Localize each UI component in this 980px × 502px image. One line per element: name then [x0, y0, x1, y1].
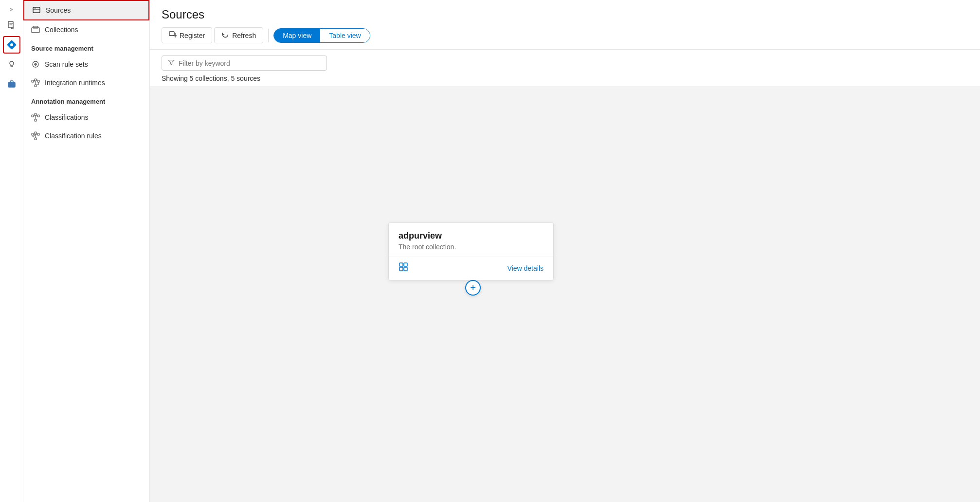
- table-view-button[interactable]: Table view: [320, 29, 369, 42]
- svg-rect-19: [35, 132, 36, 134]
- svg-rect-17: [35, 119, 36, 121]
- classification-rules-icon: [31, 131, 40, 140]
- register-label: Register: [180, 32, 205, 39]
- sidebar-item-integration-runtimes[interactable]: Integration runtimes: [23, 74, 149, 92]
- svg-rect-10: [32, 80, 34, 82]
- scan-rule-sets-label: Scan rule sets: [45, 60, 88, 68]
- sidebar-item-scan-rule-sets[interactable]: Scan rule sets: [23, 55, 149, 74]
- sources-label: Sources: [46, 6, 71, 14]
- icon-rail: »: [0, 0, 23, 502]
- integration-runtimes-icon: [31, 78, 40, 87]
- svg-rect-26: [404, 267, 407, 271]
- card-body: adpurview The root collection.: [389, 223, 553, 257]
- toolbar-divider: [268, 29, 269, 42]
- svg-rect-14: [32, 115, 34, 117]
- add-collection-button[interactable]: +: [465, 280, 481, 296]
- collections-label: Collections: [45, 26, 78, 34]
- classification-rules-label: Classification rules: [45, 132, 102, 140]
- integration-runtimes-label: Integration runtimes: [45, 79, 105, 87]
- map-view-button[interactable]: Map view: [274, 29, 320, 42]
- annotation-management-header: Annotation management: [23, 92, 149, 108]
- card-grid-icon: [399, 262, 408, 274]
- card-title: adpurview: [399, 231, 544, 241]
- purview-nav-icon[interactable]: [3, 36, 20, 54]
- svg-rect-7: [33, 26, 38, 28]
- briefcase-nav-icon[interactable]: [3, 75, 20, 93]
- collections-icon: [31, 25, 40, 34]
- svg-rect-11: [35, 79, 36, 81]
- svg-rect-12: [37, 80, 39, 82]
- sources-icon: [32, 6, 41, 15]
- filter-bar: [150, 50, 980, 74]
- svg-rect-13: [35, 85, 36, 87]
- register-icon: [169, 31, 177, 40]
- view-details-link[interactable]: View details: [508, 264, 544, 272]
- filter-input[interactable]: [179, 59, 321, 67]
- svg-point-2: [10, 43, 13, 46]
- main-content: Sources Register Refresh: [150, 0, 980, 502]
- svg-rect-20: [37, 133, 39, 135]
- sidebar-item-classification-rules[interactable]: Classification rules: [23, 127, 149, 145]
- card-subtitle: The root collection.: [399, 243, 544, 251]
- source-management-header: Source management: [23, 39, 149, 55]
- plus-icon: +: [470, 282, 476, 294]
- sidebar-item-classifications[interactable]: Classifications: [23, 108, 149, 127]
- refresh-icon: [221, 31, 229, 40]
- refresh-button[interactable]: Refresh: [214, 27, 263, 43]
- register-button[interactable]: Register: [162, 27, 212, 43]
- svg-rect-5: [33, 7, 40, 13]
- collection-card: adpurview The root collection. View deta…: [388, 223, 554, 280]
- svg-rect-4: [8, 82, 15, 87]
- sidebar-item-collections[interactable]: Collections: [23, 20, 149, 39]
- refresh-label: Refresh: [232, 32, 256, 39]
- svg-rect-23: [399, 263, 403, 266]
- svg-point-3: [10, 61, 14, 65]
- svg-rect-16: [37, 115, 39, 117]
- svg-rect-15: [35, 113, 36, 115]
- card-footer: View details: [389, 257, 553, 280]
- svg-rect-18: [32, 133, 34, 135]
- classifications-label: Classifications: [45, 113, 88, 121]
- sidebar-item-sources[interactable]: Sources: [23, 0, 149, 20]
- showing-text: Showing 5 collections, 5 sources: [150, 74, 980, 86]
- svg-rect-24: [404, 263, 407, 266]
- expand-rail-button[interactable]: »: [8, 4, 15, 15]
- filter-icon: [168, 59, 175, 67]
- toolbar: Register Refresh Map view Table view: [162, 27, 968, 43]
- sidebar: Sources Collections Source management Sc…: [23, 0, 150, 502]
- classifications-icon: [31, 113, 40, 122]
- view-toggle: Map view Table view: [273, 28, 370, 43]
- lightbulb-nav-icon[interactable]: [3, 56, 20, 73]
- svg-rect-22: [169, 32, 174, 36]
- document-nav-icon[interactable]: [3, 17, 20, 34]
- main-header: Sources Register Refresh: [150, 0, 980, 50]
- svg-rect-21: [35, 138, 36, 140]
- scan-rule-sets-icon: [31, 60, 40, 69]
- map-area[interactable]: adpurview The root collection. View deta…: [150, 86, 980, 502]
- filter-input-wrap[interactable]: [162, 56, 327, 71]
- svg-rect-25: [399, 267, 403, 271]
- page-title: Sources: [162, 8, 968, 21]
